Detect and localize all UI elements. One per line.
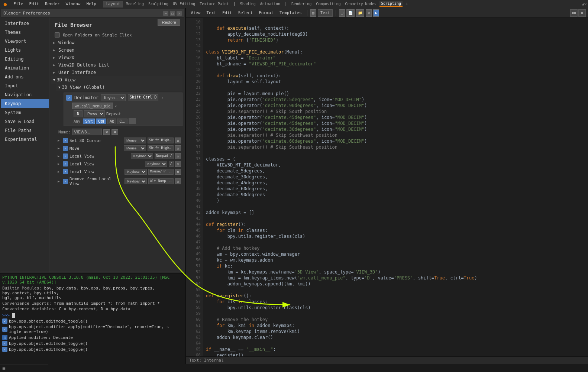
menu-window[interactable]: Window (63, 0, 84, 8)
line-numbers: 1011121314 1516171819 2021222324 2526272… (186, 18, 203, 356)
nav-file-paths[interactable]: File Paths (1, 126, 49, 135)
maximize-btn[interactable]: □ (170, 11, 175, 16)
ki-input-select[interactable]: Mouse (124, 138, 146, 143)
nav-themes[interactable]: Themes (1, 28, 49, 37)
nav-experimental[interactable]: Experimental (1, 135, 49, 144)
menu-file[interactable]: File (10, 0, 26, 8)
ki-delete-btn[interactable]: ✕ (175, 169, 181, 175)
editor-menu-select[interactable]: Select (236, 10, 255, 16)
ki-delete-btn[interactable]: ✕ (175, 145, 181, 151)
ki-input-select[interactable]: Mouse (124, 145, 146, 151)
nav-navigation[interactable]: Navigation (1, 90, 49, 99)
name-filter-input[interactable] (72, 129, 102, 135)
nav-animation[interactable]: Animation (1, 64, 49, 72)
mode-compositing[interactable]: Compositing (314, 1, 342, 6)
vars-label: Convenience Variables: (2, 307, 56, 311)
ki-check[interactable]: ✓ (63, 169, 68, 174)
menu-render[interactable]: Render (42, 0, 63, 8)
ki-check[interactable]: ✓ (63, 138, 68, 143)
menu-help[interactable]: Help (84, 0, 100, 8)
section-view2d-buttons[interactable]: ▶ View2D Buttons List (51, 61, 182, 69)
editor-menu-view[interactable]: View (188, 10, 203, 16)
editor-layout-icon-1[interactable]: ≡≡ (570, 9, 578, 17)
nav-lights[interactable]: Lights (1, 46, 49, 55)
mode-modeling[interactable]: Modeling (125, 1, 145, 6)
section-3d-view[interactable]: ▼ 3D View (51, 76, 182, 84)
editor-menu-text[interactable]: Text (204, 10, 219, 16)
nav-keymap[interactable]: Keymap (1, 99, 49, 108)
editor-open-btn[interactable]: 📄 (346, 9, 355, 17)
editor-menu-edit[interactable]: Edit (220, 10, 235, 16)
mode-geometry-nodes[interactable]: Geometry Nodes (343, 1, 378, 6)
section-screen[interactable]: ▶ Screen (51, 46, 182, 54)
modifier-shift-btn[interactable]: Shift (83, 119, 95, 124)
modifier-ctrl-btn[interactable]: Ctrl (96, 119, 106, 124)
ki-check[interactable]: ✓ (63, 146, 68, 151)
keymap-expand-icon[interactable]: → (161, 95, 163, 100)
status-text: Text: Internal (189, 358, 224, 363)
restore-button[interactable]: Restore (158, 19, 180, 26)
nav-addons[interactable]: Add-ons (1, 72, 49, 81)
ki-input-select[interactable]: Keyboard (131, 153, 153, 159)
ki-input-select[interactable]: Keyboard (145, 161, 167, 167)
keymap-press-select[interactable]: Press (84, 110, 105, 117)
name-clear-btn-2[interactable]: ✕ (112, 129, 118, 135)
mode-selector[interactable]: Layout (103, 1, 123, 7)
nav-system[interactable]: System (1, 108, 49, 117)
ki-delete-btn[interactable]: ✕ (175, 161, 181, 167)
ki-check[interactable]: ✓ (63, 161, 68, 166)
section-user-interface[interactable]: ▶ User Interface (51, 69, 182, 76)
open-folders-row: Open Folders on Single Click (51, 31, 182, 39)
mode-uv-editing[interactable]: UV Editing (171, 1, 197, 6)
open-folders-checkbox[interactable] (55, 32, 60, 38)
name-clear-btn-1[interactable]: ✕ (103, 129, 110, 135)
mode-animation[interactable]: Animation (259, 1, 282, 6)
nav-interface[interactable]: Interface (1, 19, 49, 28)
nav-input[interactable]: Input (1, 81, 49, 90)
editor-folder-btn[interactable]: 📁 (356, 9, 364, 17)
code-content[interactable]: def execute(self, context): apply_decima… (203, 18, 588, 356)
ki-input-select[interactable]: Keyboard (125, 178, 147, 184)
mode-scripting[interactable]: Scripting (379, 1, 403, 7)
modifier-c-btn[interactable]: C... (117, 119, 127, 124)
nav-save-load[interactable]: Save & Load (1, 117, 49, 126)
mode-sculpting[interactable]: Sculpting (147, 1, 170, 6)
ki-name: Local View (70, 162, 143, 166)
editor-menu-format[interactable]: Format (256, 10, 276, 16)
modifier-extra-btn[interactable] (129, 118, 136, 124)
add-workspace-btn[interactable]: + (404, 1, 410, 7)
console-code-3: bpy.ops.object.editmode_toggle() (9, 341, 88, 346)
mode-shading[interactable]: Shading (239, 1, 257, 6)
mode-rendering[interactable]: Rendering (290, 1, 313, 6)
mode-texture-paint[interactable]: Texture Paint (198, 1, 230, 6)
keymap-x-icon: ✕ (114, 104, 117, 108)
section-window[interactable]: ▶ Window (51, 39, 182, 46)
ki-shortcut: / (169, 161, 174, 167)
close-btn[interactable]: ✕ (177, 11, 182, 16)
blender-logo: ● (0, 0, 10, 8)
modifier-alt-btn[interactable]: Alt (107, 119, 116, 124)
console-prompt[interactable]: >>> (2, 313, 183, 318)
section-view2d[interactable]: ▶ View2D (51, 54, 182, 61)
ki-name: Remove from Local View (70, 177, 123, 186)
ki-check[interactable]: ✓ (63, 153, 68, 159)
ki-delete-btn[interactable]: ✕ (175, 153, 181, 159)
section-3d-view-global-header[interactable]: ▼ 3D View (Global) (56, 84, 182, 91)
editor-new-btn[interactable]: □ (339, 9, 345, 17)
keymap-type-select[interactable]: Keybo... (101, 94, 126, 101)
ki-delete-btn[interactable]: ✕ (175, 178, 181, 184)
editor-layout-icon-2[interactable]: ≡ (578, 9, 586, 17)
keymap-toggle[interactable]: ✓ (66, 95, 72, 101)
editor-close-btn[interactable]: ✕ (366, 9, 372, 17)
editor-run-btn[interactable]: ▶ (373, 9, 379, 17)
ki-check[interactable]: ✓ (63, 179, 68, 184)
ki-delete-btn[interactable]: ✕ (175, 138, 181, 143)
nav-viewport[interactable]: Viewport (1, 37, 49, 46)
ki-input-select[interactable]: Keyboard (125, 169, 147, 175)
editor-menu-templates[interactable]: Templates (277, 10, 304, 16)
menu-edit[interactable]: Edit (26, 0, 42, 8)
section-view2d-label: View2D (58, 55, 74, 60)
editor-view-toggle[interactable]: ▤ (310, 9, 316, 17)
minimize-btn[interactable]: — (163, 11, 168, 16)
nav-editing[interactable]: Editing (1, 55, 49, 64)
